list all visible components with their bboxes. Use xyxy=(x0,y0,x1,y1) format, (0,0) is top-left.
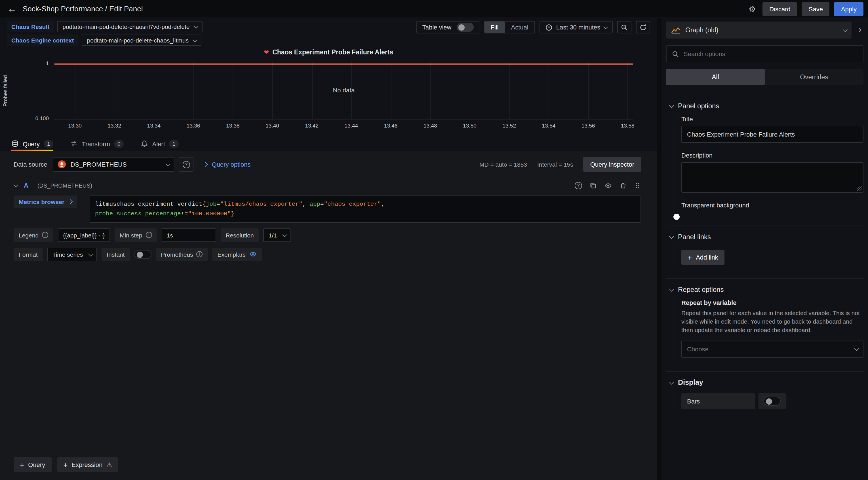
query-options-row-1: Legend i Min step i Resolution 1/1 xyxy=(13,228,641,242)
chevron-down-icon xyxy=(194,24,198,29)
min-step-label: Min step xyxy=(120,232,142,238)
panel-preview: ❤ Chaos Experiment Probe Failure Alerts … xyxy=(0,47,657,130)
refresh-button[interactable] xyxy=(636,21,650,33)
plot-area: No data xyxy=(55,62,633,119)
query-inspector-button[interactable]: Query inspector xyxy=(584,157,641,172)
visualization-name: Graph (old) xyxy=(685,27,838,33)
min-step-input[interactable] xyxy=(161,228,216,242)
section-title: Repeat options xyxy=(678,286,724,294)
metrics-browser-button[interactable]: Metrics browser xyxy=(13,196,77,208)
query-options-label: Query options xyxy=(212,161,251,168)
variable-value-dropdown[interactable]: podtato-main-pod-delete-chaos_litmus xyxy=(82,35,202,46)
eye-icon[interactable] xyxy=(604,182,612,189)
fill-actual-group: Fill Actual xyxy=(484,21,535,33)
clock-icon xyxy=(546,24,553,31)
tab-alert[interactable]: Alert 1 xyxy=(141,137,179,151)
chevron-down-icon xyxy=(669,103,674,108)
add-query-button[interactable]: + Query xyxy=(13,457,51,472)
variable-value-dropdown[interactable]: podtato-main-pod-delete-chaosnl7vd-pod-d… xyxy=(57,21,203,32)
visualization-row: Graph (old) xyxy=(666,22,864,38)
gridline xyxy=(509,62,510,119)
back-arrow-icon[interactable]: ← xyxy=(6,4,18,14)
add-expression-button[interactable]: + Expression ⚠ xyxy=(57,457,118,472)
y-tick-label: 1 xyxy=(0,60,49,66)
help-icon[interactable]: ? xyxy=(575,182,582,189)
x-tick-label: 13:44 xyxy=(345,123,358,129)
gridline xyxy=(549,62,549,119)
drag-handle-icon[interactable] xyxy=(634,182,641,189)
tab-transform[interactable]: Transform 0 xyxy=(71,137,124,151)
panel-links-header[interactable]: Panel links xyxy=(666,233,864,241)
x-tick-label: 13:32 xyxy=(107,123,121,129)
trash-icon[interactable] xyxy=(620,182,627,189)
collapse-options-button[interactable] xyxy=(854,22,864,38)
tab-all[interactable]: All xyxy=(666,69,765,85)
x-tick-label: 13:56 xyxy=(582,123,595,129)
datasource-picker[interactable]: DS_PROMETHEUS xyxy=(53,157,175,172)
display-section: Display Bars xyxy=(666,371,864,409)
resolution-select[interactable]: 1/1 xyxy=(264,228,291,242)
time-range-picker[interactable]: Last 30 minutes xyxy=(540,21,613,33)
gear-icon[interactable]: ⚙ xyxy=(749,4,756,13)
query-options-toggle[interactable]: Query options xyxy=(204,161,251,168)
tab-count-badge: 0 xyxy=(114,140,124,148)
warning-triangle-icon: ⚠ xyxy=(106,461,112,468)
tab-count-badge: 1 xyxy=(169,140,179,148)
graph-viz-icon xyxy=(671,26,680,34)
exemplars-field[interactable]: Exemplars xyxy=(213,247,262,261)
copy-icon[interactable] xyxy=(589,182,597,189)
add-query-label: Query xyxy=(28,461,45,468)
table-view-switch[interactable] xyxy=(457,23,473,32)
chevron-right-icon xyxy=(203,162,208,167)
format-field-label: Format xyxy=(13,247,43,261)
actual-option[interactable]: Actual xyxy=(505,22,535,33)
gridline xyxy=(233,62,234,119)
chevron-right-icon xyxy=(68,200,73,204)
chevron-right-icon xyxy=(856,28,861,33)
options-search-input[interactable] xyxy=(684,50,858,57)
add-link-button[interactable]: + Add link xyxy=(681,250,724,265)
repeat-by-variable-label: Repeat by variable xyxy=(681,299,864,306)
bars-label: Bars xyxy=(681,393,755,409)
visualization-picker[interactable]: Graph (old) xyxy=(666,22,851,38)
variable-label: Chaos Result xyxy=(7,21,54,32)
x-tick-label: 13:58 xyxy=(621,123,634,129)
tab-query[interactable]: Query 1 xyxy=(11,137,54,151)
panel-options-header[interactable]: Panel options xyxy=(666,102,864,110)
gridline xyxy=(193,62,194,119)
panel-description-textarea[interactable] xyxy=(681,162,864,193)
query-expression[interactable]: litmuschaos_experiment_verdict{job="litm… xyxy=(89,196,641,222)
datasource-row: Data source DS_PROMETHEUS ? Query option… xyxy=(13,157,641,172)
chevron-down-icon xyxy=(13,182,18,187)
query-row-header[interactable]: A (DS_PROMETHEUS) ? xyxy=(13,178,641,192)
repeat-options-header[interactable]: Repeat options xyxy=(666,286,864,294)
query-datasource-hint: (DS_PROMETHEUS) xyxy=(37,182,92,188)
heart-icon: ❤ xyxy=(264,48,269,56)
fill-option[interactable]: Fill xyxy=(484,22,505,33)
panel-title-input[interactable] xyxy=(681,126,864,143)
database-icon xyxy=(11,140,19,147)
format-select[interactable]: Time series xyxy=(48,247,97,261)
gridline xyxy=(628,62,628,119)
datasource-help-button[interactable]: ? xyxy=(179,157,194,172)
query-editor-section: Data source DS_PROMETHEUS ? Query option… xyxy=(0,151,657,480)
gridline xyxy=(154,62,154,119)
tab-overrides[interactable]: Overrides xyxy=(765,69,864,85)
legend-input[interactable] xyxy=(58,228,110,242)
bars-switch[interactable] xyxy=(764,397,781,406)
zoom-out-button[interactable] xyxy=(617,21,631,33)
discard-button[interactable]: Discard xyxy=(763,2,797,15)
x-tick-label: 13:54 xyxy=(542,123,556,129)
x-tick-label: 13:40 xyxy=(266,123,279,129)
format-label: Format xyxy=(19,251,38,258)
apply-button[interactable]: Apply xyxy=(834,2,864,15)
transparent-background-label: Transparent background xyxy=(681,202,864,209)
plus-icon: + xyxy=(20,461,24,468)
repeat-variable-select[interactable]: Choose xyxy=(681,340,864,357)
save-button[interactable]: Save xyxy=(802,2,830,15)
instant-switch[interactable] xyxy=(134,250,151,259)
bars-switch-box xyxy=(758,393,786,409)
resize-handle[interactable] xyxy=(857,186,862,191)
chevron-down-icon xyxy=(282,232,287,237)
display-header[interactable]: Display xyxy=(666,378,864,386)
